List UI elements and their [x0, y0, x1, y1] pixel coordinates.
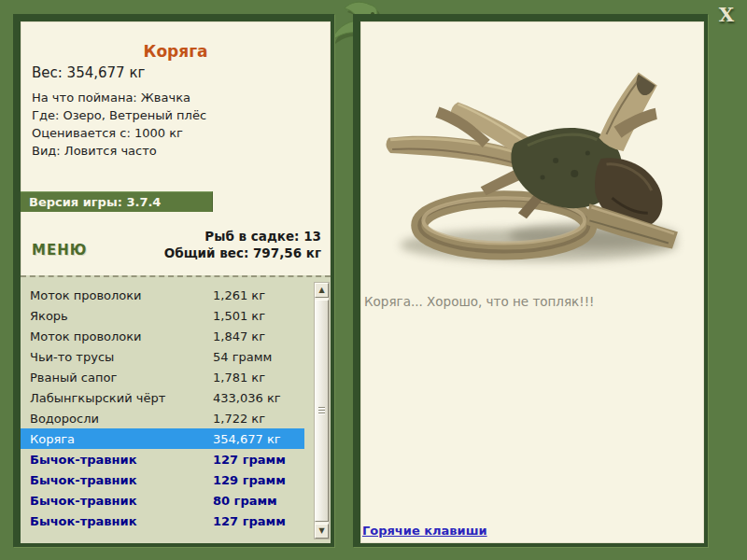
list-item-weight: 129 грамм	[213, 473, 286, 487]
list-item-name: Якорь	[30, 309, 213, 323]
list-item-name: Водоросли	[30, 412, 213, 426]
list-item[interactable]: Чьи-то трусы 54 грамм	[21, 346, 304, 367]
list-item-weight: 354,677 кг	[213, 432, 281, 446]
list-item-name: Коряга	[30, 432, 213, 446]
list-item-weight: 433,036 кг	[213, 391, 281, 405]
hotkeys-link[interactable]: Горячие клавиши	[362, 524, 487, 538]
close-icon[interactable]: X	[713, 3, 740, 27]
catch-list: Моток проволоки 1,261 кг Якорь 1,501 кг …	[21, 275, 331, 543]
list-item-weight: 1,781 кг	[213, 371, 265, 385]
list-item-weight: 1,261 кг	[213, 288, 265, 302]
list-item-name: Моток проволоки	[30, 288, 213, 302]
item-details: На что поймана: Жвачка Где: Озеро, Ветре…	[32, 89, 323, 160]
game-window: X Коряга Вес: 354,677 кг На что поймана:…	[0, 0, 747, 560]
catch-caption: Коряга... Хорошо, что не топляк!!!	[364, 294, 698, 309]
detail-value: Оценивается с: 1000 кг	[32, 124, 323, 142]
list-item-weight: 1,847 кг	[213, 329, 265, 343]
scroll-up-icon[interactable]: ▲	[315, 283, 329, 298]
driftwood-image	[377, 48, 687, 283]
list-item[interactable]: Водоросли 1,722 кг	[21, 408, 304, 428]
list-item[interactable]: Моток проволоки 1,847 кг	[21, 326, 304, 346]
list-item[interactable]: Лабынгкырский чёрт 433,036 кг	[21, 387, 304, 408]
scroll-down-icon[interactable]: ▼	[315, 524, 329, 539]
catch-info-panel: Коряга Вес: 354,677 кг На что поймана: Ж…	[13, 14, 334, 547]
catch-list-rows: Моток проволоки 1,261 кг Якорь 1,501 кг …	[21, 285, 304, 531]
list-item-weight: 80 грамм	[213, 494, 277, 508]
list-item-weight: 1,722 кг	[213, 412, 265, 426]
list-item[interactable]: Бычок-травник 127 грамм	[21, 449, 304, 469]
list-item[interactable]: Бычок-травник 129 грамм	[21, 469, 304, 490]
list-item-weight: 127 грамм	[213, 514, 286, 528]
scrollbar-thumb[interactable]	[315, 300, 329, 522]
detail-place: Где: Озеро, Ветреный плёс	[32, 106, 323, 124]
list-item[interactable]: Моток проволоки 1,261 кг	[21, 285, 304, 305]
catch-image-panel: Коряга... Хорошо, что не топляк!!! Горяч…	[353, 14, 708, 547]
creel-stats: Рыб в садке: 13 Общий вес: 797,56 кг	[164, 228, 321, 261]
list-item-weight: 54 грамм	[213, 350, 272, 364]
list-item-name: Чьи-то трусы	[30, 350, 213, 364]
item-weight: Вес: 354,677 кг	[32, 64, 145, 81]
scrollbar-grip	[318, 407, 325, 415]
list-item[interactable]: Бычок-травник 127 грамм	[21, 511, 304, 531]
list-item[interactable]: Якорь 1,501 кг	[21, 305, 304, 326]
list-item[interactable]: Коряга 354,677 кг	[21, 428, 304, 449]
list-item-name: Рваный сапог	[30, 371, 213, 385]
list-item-name: Лабынгкырский чёрт	[30, 391, 213, 405]
list-item-name: Бычок-травник	[30, 473, 213, 487]
game-version-bar: Версия игры: 3.7.4	[21, 191, 213, 212]
list-item-name: Бычок-травник	[30, 453, 213, 467]
list-item-weight: 1,501 кг	[213, 309, 265, 323]
list-item-name: Моток проволоки	[30, 329, 213, 343]
creel-total-weight: Общий вес: 797,56 кг	[164, 245, 321, 261]
detail-kind: Вид: Ловится часто	[32, 142, 323, 160]
list-item[interactable]: Бычок-травник 80 грамм	[21, 490, 304, 511]
menu-button[interactable]: МЕНЮ	[32, 242, 87, 259]
list-item-weight: 127 грамм	[213, 453, 286, 467]
list-item-name: Бычок-травник	[30, 514, 213, 528]
list-item[interactable]: Рваный сапог 1,781 кг	[21, 367, 304, 387]
item-title: Коряга	[21, 42, 331, 61]
list-item-name: Бычок-травник	[30, 494, 213, 508]
detail-bait: На что поймана: Жвачка	[32, 89, 323, 106]
creel-count: Рыб в садке: 13	[164, 228, 321, 245]
catch-list-scrollbar[interactable]: ▲ ▼	[314, 282, 330, 539]
